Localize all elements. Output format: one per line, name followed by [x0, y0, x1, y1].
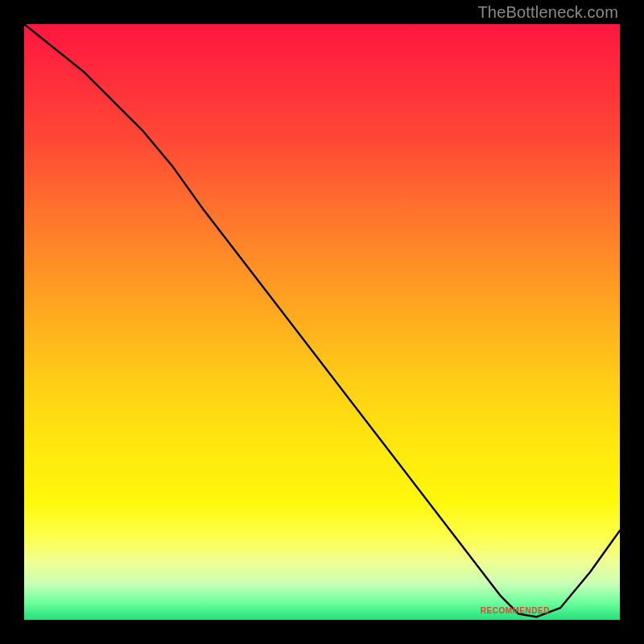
- watermark-text: TheBottleneck.com: [477, 3, 618, 22]
- chart-line: [24, 24, 620, 617]
- recommended-annotation: RECOMMENDED: [481, 606, 550, 615]
- chart-overlay: [24, 24, 620, 620]
- chart-frame: TheBottleneck.com RECOMMENDED: [0, 0, 644, 644]
